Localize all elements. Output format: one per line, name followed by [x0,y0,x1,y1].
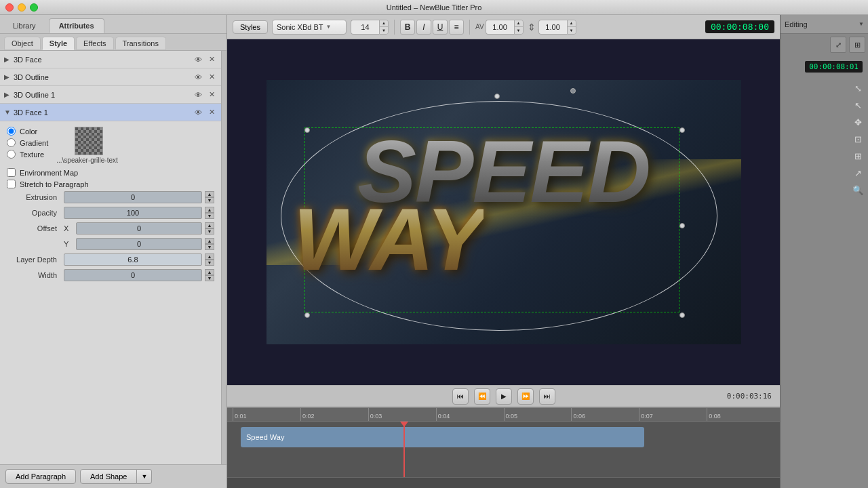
gradient-radio[interactable] [7,138,16,147]
tracking-up[interactable]: ▲ [515,20,523,28]
timeline-tracks[interactable]: Speed Way [227,422,780,477]
scrollbar[interactable] [221,51,226,464]
skip-forward-button[interactable]: ⏩ [517,388,534,405]
tracking-down[interactable]: ▼ [515,27,523,34]
offset-x-down[interactable]: ▼ [205,228,214,235]
extrusion-input[interactable] [64,191,202,203]
align-button[interactable]: ≡ [449,20,464,35]
gradient-label: Gradient [20,139,48,147]
expand-icon[interactable]: ⤢ [830,37,846,53]
visibility-icon[interactable]: 👁 [193,107,203,118]
editing-bar: Editing ▼ [781,15,868,34]
layer-3d-face[interactable]: ▶ 3D Face 👁 ✕ [0,51,221,68]
move-icon[interactable]: ✥ [850,115,865,129]
leading-up[interactable]: ▲ [568,20,576,28]
delete-icon[interactable]: ✕ [206,89,217,100]
layer-3d-outline-1[interactable]: ▶ 3D Outline 1 👁 ✕ [0,86,221,104]
play-button[interactable]: ▶ [496,388,512,405]
skip-to-start-button[interactable]: ⏮ [452,388,469,405]
attributes-tab[interactable]: Attributes [49,18,104,33]
handle-top-center[interactable] [494,94,500,99]
clip-speed-way[interactable]: Speed Way [241,427,644,447]
offset-x-input[interactable] [76,222,202,235]
delete-icon[interactable]: ✕ [206,107,217,118]
opacity-input[interactable] [64,207,202,219]
preview-area[interactable]: SPEED WAY [227,39,780,385]
add-shape-button[interactable]: Add Shape [80,469,137,484]
layer-3d-face-1[interactable]: ▼ 3D Face 1 👁 ✕ [0,104,221,121]
delete-icon[interactable]: ✕ [206,72,217,83]
opacity-down[interactable]: ▼ [205,213,214,219]
minimize-button[interactable] [18,3,26,12]
maximize-button[interactable] [30,3,38,12]
bold-button[interactable]: B [400,20,415,35]
layers-list: ▶ 3D Face 👁 ✕ ▶ 3D Outline 👁 ✕ [0,51,221,121]
skip-back-button[interactable]: ⏪ [474,388,490,405]
tracking-label: AV [475,23,484,30]
delete-icon[interactable]: ✕ [206,54,217,65]
handle-right[interactable] [679,223,685,228]
width-down[interactable]: ▼ [205,275,214,281]
underline-button[interactable]: U [433,20,448,35]
visibility-icon[interactable]: 👁 [193,72,203,83]
tab-effects[interactable]: Effects [76,37,113,50]
offset-y-down[interactable]: ▼ [205,244,214,250]
width-input[interactable] [64,269,202,281]
layer-depth-down[interactable]: ▼ [205,260,214,266]
texture-radio-label[interactable]: Texture [7,150,48,159]
offset-y-input[interactable] [76,238,202,250]
resize-icon[interactable]: ⊡ [850,131,865,146]
select-icon[interactable]: ↖ [850,98,865,113]
extrusion-up[interactable]: ▲ [205,191,214,197]
color-radio[interactable] [7,127,16,136]
zoom-in-icon[interactable]: 🔍 [850,182,865,197]
leading-value[interactable]: 1.00 [538,20,567,35]
environment-map-checkbox[interactable] [7,168,16,177]
visibility-icon[interactable]: 👁 [193,89,203,100]
extrusion-down[interactable]: ▼ [205,197,214,203]
color-radio-label[interactable]: Color [7,127,48,136]
library-tab[interactable]: Library [3,18,46,33]
stretch-paragraph-checkbox[interactable] [7,180,16,188]
editing-dropdown-arrow[interactable]: ▼ [859,21,864,27]
layer-3d-outline[interactable]: ▶ 3D Outline 👁 ✕ [0,68,221,86]
right-panel: Editing ▼ ⤢ ⊞ 00:00:08:01 ⤡ ↖ ✥ ⊡ ⊞ ↗ 🔍 [780,15,868,488]
font-size-value[interactable]: 14 [351,20,379,35]
layer-depth-up[interactable]: ▲ [205,253,214,260]
font-size-up[interactable]: ▲ [380,20,388,28]
font-size-down[interactable]: ▼ [380,27,388,34]
expand-arrows-icon[interactable]: ⤡ [850,81,865,96]
grid-icon[interactable]: ⊞ [849,37,865,53]
handle-bl[interactable] [304,312,310,318]
tracking-value[interactable]: 1.00 [486,20,514,35]
close-button[interactable] [5,3,14,12]
playhead[interactable] [403,422,405,477]
styles-button[interactable]: Styles [233,20,268,34]
mark-2: 0:02 [300,408,368,421]
handle-tl[interactable] [304,127,310,133]
color-label: Color [20,127,37,136]
width-up[interactable]: ▲ [205,269,214,275]
layer-depth-input[interactable] [64,253,202,266]
handle-br[interactable] [679,312,685,318]
offset-x-up[interactable]: ▲ [205,222,214,228]
tab-transitions[interactable]: Transitions [115,37,166,50]
opacity-up[interactable]: ▲ [205,207,214,213]
handle-tr[interactable] [679,127,685,133]
font-name-dropdown[interactable]: Sonic XBd BT ▼ [272,20,347,35]
skip-to-end-button[interactable]: ⏭ [539,388,555,405]
visibility-icon[interactable]: 👁 [193,54,203,65]
add-paragraph-button[interactable]: Add Paragraph [5,469,76,484]
texture-preview[interactable] [75,127,103,155]
offset-y-up[interactable]: ▲ [205,238,214,244]
handle-rotate[interactable] [570,88,576,94]
tab-object[interactable]: Object [4,37,41,50]
gradient-radio-label[interactable]: Gradient [7,138,48,147]
pointer-icon[interactable]: ↗ [850,165,865,180]
leading-down[interactable]: ▼ [568,27,576,34]
texture-radio[interactable] [7,150,16,159]
tab-style[interactable]: Style [42,37,75,50]
italic-button[interactable]: I [416,20,431,35]
add-shape-dropdown[interactable]: ▼ [137,469,152,484]
link-icon[interactable]: ⊞ [850,148,865,163]
